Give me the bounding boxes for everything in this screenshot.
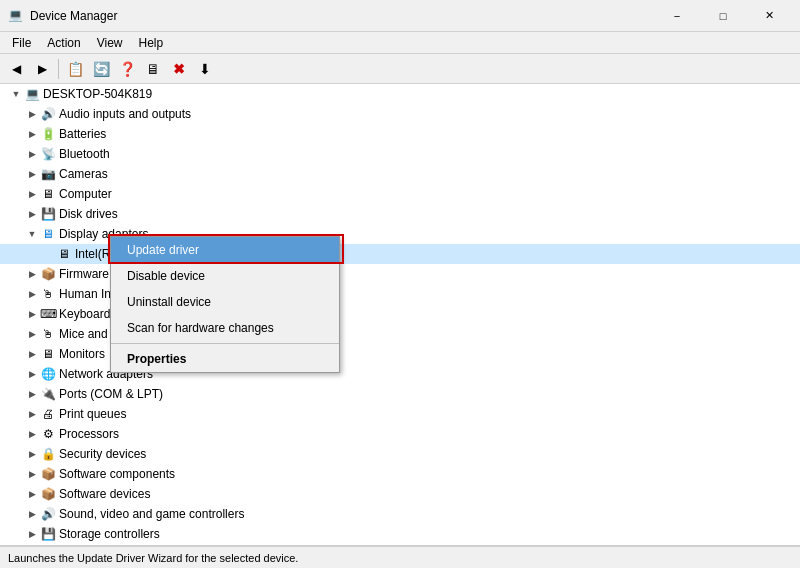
toggle[interactable]: ▶	[24, 106, 40, 122]
menu-file[interactable]: File	[4, 34, 39, 52]
toolbar-monitor-button[interactable]: 🖥	[141, 57, 165, 81]
computer-icon: 🖥	[40, 186, 56, 202]
disk-icon: 💾	[40, 206, 56, 222]
context-menu-scan-hardware[interactable]: Scan for hardware changes	[111, 315, 339, 341]
monitor-icon: 🖥	[40, 346, 56, 362]
monitor-icon: 🖥	[146, 61, 160, 77]
disable-device-label: Disable device	[127, 269, 205, 283]
tree-root-label: DESKTOP-504K819	[43, 87, 152, 101]
tree-root[interactable]: ▼ 💻 DESKTOP-504K819	[0, 84, 800, 104]
print-icon: 🖨	[40, 406, 56, 422]
list-item[interactable]: ▶ 🖨 Print queues	[0, 404, 800, 424]
hid-icon: 🖱	[40, 286, 56, 302]
toolbar-back-button[interactable]: ◀	[4, 57, 28, 81]
item-label: Ports (COM & LPT)	[59, 387, 163, 401]
item-label: Monitors	[59, 347, 105, 361]
status-text: Launches the Update Driver Wizard for th…	[8, 552, 298, 564]
context-menu-update-driver[interactable]: Update driver	[111, 237, 339, 263]
list-item[interactable]: ▶ 📷 Cameras	[0, 164, 800, 184]
context-menu-disable-device[interactable]: Disable device	[111, 263, 339, 289]
item-label: Disk drives	[59, 207, 118, 221]
context-menu-properties[interactable]: Properties	[111, 346, 339, 372]
item-label: Keyboards	[59, 307, 116, 321]
list-item[interactable]: ▶ 🔌 Ports (COM & LPT)	[0, 384, 800, 404]
close-button[interactable]: ✕	[746, 0, 792, 32]
toggle[interactable]: ▶	[24, 406, 40, 422]
item-label: Software components	[59, 467, 175, 481]
status-bar: Launches the Update Driver Wizard for th…	[0, 546, 800, 568]
title-bar: 💻 Device Manager − □ ✕	[0, 0, 800, 32]
context-menu-uninstall-device[interactable]: Uninstall device	[111, 289, 339, 315]
camera-icon: 📷	[40, 166, 56, 182]
scan-icon: ⬇	[199, 61, 211, 77]
sound-icon: 🔊	[40, 506, 56, 522]
toolbar-update-button[interactable]: 🔄	[89, 57, 113, 81]
update-icon: 🔄	[93, 61, 110, 77]
toggle[interactable]: ▶	[24, 326, 40, 342]
list-item[interactable]: ▶ 📦 Software components	[0, 464, 800, 484]
item-label: Processors	[59, 427, 119, 441]
menu-action[interactable]: Action	[39, 34, 88, 52]
toggle[interactable]: ▶	[24, 286, 40, 302]
toggle[interactable]: ▶	[24, 506, 40, 522]
list-item[interactable]: ▶ 📡 Bluetooth	[0, 144, 800, 164]
toggle[interactable]: ▶	[24, 126, 40, 142]
toolbar-remove-button[interactable]: ✖	[167, 57, 191, 81]
toggle[interactable]: ▶	[24, 526, 40, 542]
menu-bar: File Action View Help	[0, 32, 800, 54]
toolbar-separator-1	[58, 59, 59, 79]
list-item[interactable]: ▶ ⚙ Processors	[0, 424, 800, 444]
keyboard-icon: ⌨	[40, 306, 56, 322]
item-label: Audio inputs and outputs	[59, 107, 191, 121]
toggle[interactable]: ▶	[24, 206, 40, 222]
toggle[interactable]: ▶	[24, 346, 40, 362]
list-item[interactable]: ▶ 🖥 Computer	[0, 184, 800, 204]
network-icon: 🌐	[40, 366, 56, 382]
context-menu: Update driver Disable device Uninstall d…	[110, 236, 340, 373]
item-label: Sound, video and game controllers	[59, 507, 244, 521]
root-toggle[interactable]: ▼	[8, 86, 24, 102]
menu-view[interactable]: View	[89, 34, 131, 52]
toggle[interactable]: ▶	[24, 306, 40, 322]
main-area: ▼ 💻 DESKTOP-504K819 ▶ 🔊 Audio inputs and…	[0, 84, 800, 546]
toolbar-properties-button[interactable]: 📋	[63, 57, 87, 81]
minimize-button[interactable]: −	[654, 0, 700, 32]
bluetooth-icon: 📡	[40, 146, 56, 162]
audio-icon: 🔊	[40, 106, 56, 122]
maximize-button[interactable]: □	[700, 0, 746, 32]
toolbar-help-button[interactable]: ❓	[115, 57, 139, 81]
list-item[interactable]: ▶ 🔒 Security devices	[0, 444, 800, 464]
list-item[interactable]: ▶ 📦 Software devices	[0, 484, 800, 504]
toggle[interactable]: ▶	[24, 166, 40, 182]
toolbar-forward-button[interactable]: ▶	[30, 57, 54, 81]
list-item[interactable]: ▶ ⚙ System devices	[0, 544, 800, 546]
window-title: Device Manager	[30, 9, 654, 23]
item-label: Firmware	[59, 267, 109, 281]
menu-help[interactable]: Help	[131, 34, 172, 52]
window-controls: − □ ✕	[654, 0, 792, 32]
display-icon: 🖥	[40, 226, 56, 242]
toggle[interactable]: ▶	[24, 446, 40, 462]
toggle[interactable]: ▶	[24, 266, 40, 282]
remove-icon: ✖	[173, 61, 185, 77]
toggle[interactable]: ▼	[24, 226, 40, 242]
toggle[interactable]: ▶	[24, 466, 40, 482]
list-item[interactable]: ▶ 💾 Disk drives	[0, 204, 800, 224]
toggle[interactable]: ▶	[24, 426, 40, 442]
update-driver-label: Update driver	[127, 243, 199, 257]
softdev-icon: 📦	[40, 486, 56, 502]
list-item[interactable]: ▶ 🔋 Batteries	[0, 124, 800, 144]
toolbar: ◀ ▶ 📋 🔄 ❓ 🖥 ✖ ⬇	[0, 54, 800, 84]
toolbar-scan-button[interactable]: ⬇	[193, 57, 217, 81]
toggle[interactable]: ▶	[24, 386, 40, 402]
toggle[interactable]: ▶	[24, 486, 40, 502]
list-item[interactable]: ▶ 💾 Storage controllers	[0, 524, 800, 544]
toggle[interactable]: ▶	[24, 366, 40, 382]
list-item[interactable]: ▶ 🔊 Audio inputs and outputs	[0, 104, 800, 124]
security-icon: 🔒	[40, 446, 56, 462]
list-item[interactable]: ▶ 🔊 Sound, video and game controllers	[0, 504, 800, 524]
processor-icon: ⚙	[40, 426, 56, 442]
storage-icon: 💾	[40, 526, 56, 542]
toggle[interactable]: ▶	[24, 146, 40, 162]
toggle[interactable]: ▶	[24, 186, 40, 202]
